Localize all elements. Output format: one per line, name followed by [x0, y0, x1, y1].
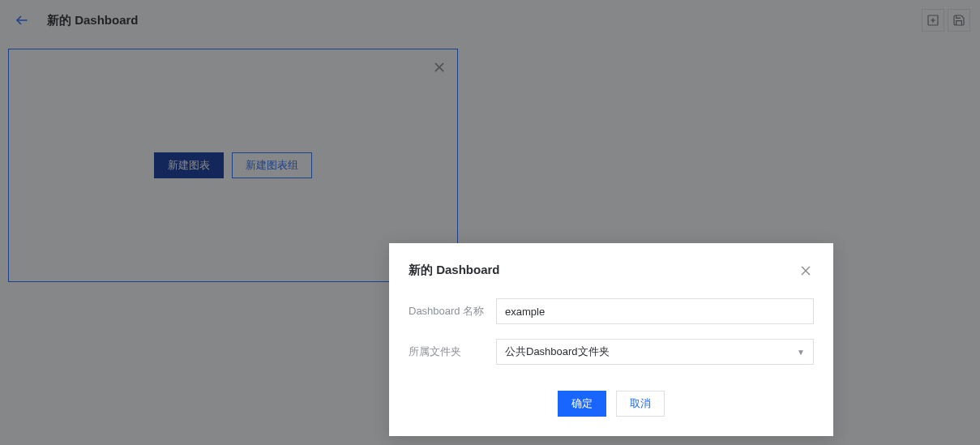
- name-label: Dashboard 名称: [409, 304, 496, 319]
- folder-select-value: 公共Dashboard文件夹: [505, 344, 610, 359]
- folder-label: 所属文件夹: [409, 344, 496, 359]
- dashboard-name-input[interactable]: [496, 298, 814, 324]
- confirm-button[interactable]: 确定: [558, 391, 606, 417]
- chevron-down-icon: ▼: [797, 348, 805, 357]
- modal-header: 新的 Dashboard: [409, 263, 814, 279]
- name-row: Dashboard 名称: [409, 298, 814, 324]
- modal-title: 新的 Dashboard: [409, 263, 500, 278]
- folder-select[interactable]: 公共Dashboard文件夹 ▼: [496, 339, 814, 365]
- folder-row: 所属文件夹 公共Dashboard文件夹 ▼: [409, 339, 814, 365]
- cancel-button[interactable]: 取消: [616, 391, 665, 417]
- modal-overlay[interactable]: 新的 Dashboard Dashboard 名称 所属文件夹 公共Dashbo…: [0, 0, 980, 445]
- modal-footer: 确定 取消: [409, 391, 814, 417]
- close-icon[interactable]: [798, 263, 814, 279]
- new-dashboard-modal: 新的 Dashboard Dashboard 名称 所属文件夹 公共Dashbo…: [389, 243, 833, 436]
